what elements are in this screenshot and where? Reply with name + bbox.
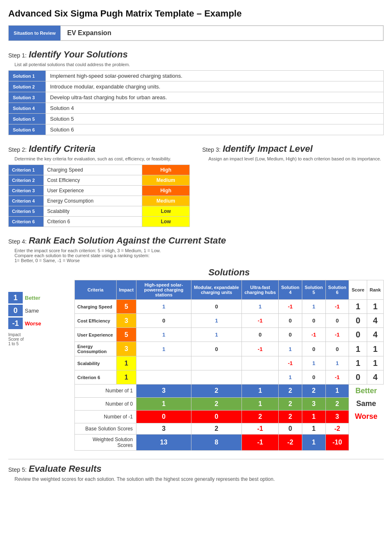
row-criteria-label: Energy Consumption xyxy=(75,342,117,356)
solution-row: Solution 6Solution 6 xyxy=(9,124,384,135)
solution-column-header: High-speed solar-powered charging statio… xyxy=(136,280,191,300)
summary-cell: -2 xyxy=(279,434,302,450)
matrix-cell: 0 xyxy=(302,370,325,385)
solution-row: Solution 1Implement high-speed solar-pow… xyxy=(9,71,384,81)
summary-row: Number of -1002213Worse xyxy=(75,410,384,423)
step5-section: Step 5: Evaluate Results Review the weig… xyxy=(8,459,384,482)
matrix-cell: 0 xyxy=(242,328,279,342)
solutions-table: Solution 1Implement high-speed solar-pow… xyxy=(8,70,384,135)
solution-column-header: Ultra-fast charging hubs xyxy=(242,280,279,300)
summary-cell: 2 xyxy=(191,423,241,434)
matrix-cell: 1 xyxy=(136,300,191,314)
step2-num: Step 2: xyxy=(8,146,26,153)
summary-cell: 3 xyxy=(302,397,325,410)
summary-row: Number of 0121232Same xyxy=(75,397,384,410)
summary-cell: 1 xyxy=(325,385,349,398)
step4-desc1: Enter the impact score for each criterio… xyxy=(14,248,384,253)
row-impact: 3 xyxy=(116,342,136,356)
criteria-label: Criterion 5 xyxy=(9,206,44,217)
summary-cell: 2 xyxy=(325,397,349,410)
matrix-cell xyxy=(191,370,241,385)
solution-label: Solution 6 xyxy=(9,124,46,135)
summary-cell: 2 xyxy=(191,397,241,410)
summary-cell: 2 xyxy=(242,410,279,423)
row-impact: 5 xyxy=(116,300,136,314)
summary-side-label: Worse xyxy=(349,410,384,423)
matrix-cell xyxy=(242,370,279,385)
situation-label: Situation to Review xyxy=(9,26,60,41)
situation-value: EV Expansion xyxy=(60,26,383,41)
row-score: 0 xyxy=(349,314,367,328)
matrix-criteria-row: Criterion 6110-104 xyxy=(75,370,384,385)
matrix-cell: 0 xyxy=(191,342,241,356)
divider xyxy=(8,459,384,459)
impact-level: Low xyxy=(142,217,190,227)
summary-row: Weighted Solution Scores138-1-21-10 xyxy=(75,434,384,450)
row-rank: 4 xyxy=(367,370,384,385)
solution-column-header: Modular, expandable charging units xyxy=(191,280,241,300)
step2-3-container: Step 2: Identify Criteria Determine the … xyxy=(8,143,384,227)
right-matrix: Solutions Criteria ImpactHigh-speed sola… xyxy=(74,267,384,451)
impact-level: High xyxy=(142,186,190,196)
matrix-cell: -1 xyxy=(325,300,349,314)
matrix-cell: -1 xyxy=(279,356,302,370)
row-rank: 1 xyxy=(367,356,384,370)
solution-row: Solution 2Introduce modular, expandable … xyxy=(9,81,384,92)
row-score: 1 xyxy=(349,300,367,314)
matrix-cell xyxy=(136,370,191,385)
legend-same-label: Same xyxy=(25,308,39,314)
solutions-header: Solutions xyxy=(74,267,384,278)
solution-label: Solution 4 xyxy=(9,103,46,114)
row-criteria-label: Criterion 6 xyxy=(75,370,117,385)
summary-row: Base Solution Scores32-101-2 xyxy=(75,423,384,434)
criteria-value: Scalability xyxy=(44,206,142,217)
summary-cell: 2 xyxy=(191,385,241,398)
legend-better-label: Better xyxy=(25,295,41,301)
criteria-label: Criterion 3 xyxy=(9,186,44,196)
matrix-cell: 0 xyxy=(325,314,349,328)
summary-cell: -2 xyxy=(325,423,349,434)
step3-title: Identify Impact Level xyxy=(222,143,313,154)
solution-value: Develop ultra-fast charging hubs for urb… xyxy=(46,92,384,103)
situation-box: Situation to Review EV Expansion xyxy=(8,25,384,41)
summary-cell: 0 xyxy=(279,423,302,434)
criteria-row: Criterion 2Cost EfficiencyMedium xyxy=(9,175,190,186)
row-impact: 1 xyxy=(116,356,136,370)
summary-cell: 8 xyxy=(191,434,241,450)
main-matrix: Criteria ImpactHigh-speed solar-powered … xyxy=(74,280,384,451)
impact-level: Low xyxy=(142,206,190,217)
step1-num: Step 1: xyxy=(8,52,26,59)
summary-cell: 3 xyxy=(136,423,191,434)
rank-header: Rank xyxy=(367,280,384,300)
solution-value: Implement high-speed solar-powered charg… xyxy=(46,71,384,81)
row-criteria-label: Charging Speed xyxy=(75,300,117,314)
matrix-cell: 1 xyxy=(279,370,302,385)
solution-value: Solution 4 xyxy=(46,103,384,114)
row-criteria-label: Cost Efficiency xyxy=(75,314,117,328)
criteria-label: Criterion 4 xyxy=(9,196,44,206)
score-header: Score xyxy=(349,280,367,300)
step2-desc: Determine the key criteria for evaluatio… xyxy=(14,156,190,161)
matrix-criteria-row: Scalability1-11111 xyxy=(75,356,384,370)
criteria-value: Cost Efficiency xyxy=(44,175,142,186)
summary-cell: 1 xyxy=(302,410,325,423)
matrix-cell: -1 xyxy=(325,328,349,342)
row-rank: 1 xyxy=(367,342,384,356)
step3-num: Step 3: xyxy=(202,146,220,153)
step4-num: Step 4: xyxy=(8,238,26,245)
page-title: Advanced Six Sigma Pugh Matrix Template … xyxy=(8,8,384,19)
matrix-criteria-row: Energy Consumption310-110011 xyxy=(75,342,384,356)
criteria-value: Charging Speed xyxy=(44,165,142,175)
summary-cell: -10 xyxy=(325,434,349,450)
solution-column-header: Solution 5 xyxy=(302,280,325,300)
summary-cell: 1 xyxy=(242,385,279,398)
step4-desc3: 1= Better, 0 = Same, -1 = Worse xyxy=(14,258,384,263)
step1-title: Identify Your Solutions xyxy=(29,49,128,60)
matrix-cell: 1 xyxy=(279,342,302,356)
criteria-row: Criterion 5ScalabilityLow xyxy=(9,206,190,217)
solution-value: Solution 5 xyxy=(46,114,384,124)
impact-level: Medium xyxy=(142,196,190,206)
criteria-row: Criterion 1Charging SpeedHigh xyxy=(9,165,190,175)
matrix-cell: 1 xyxy=(302,300,325,314)
matrix-cell: 0 xyxy=(279,314,302,328)
